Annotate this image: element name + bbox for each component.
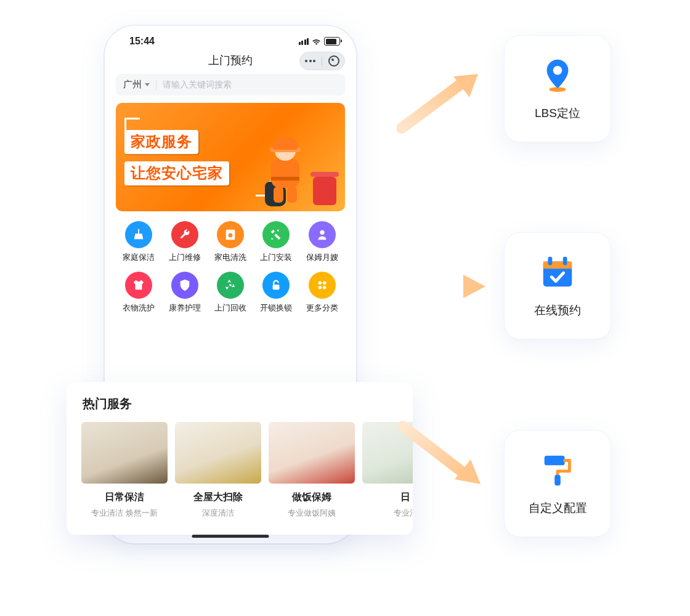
popular-services-card: 热门服务 日常保洁 专业清洁 焕然一新 全屋大扫除 深度清洁 做饭保姆 专业做饭… xyxy=(67,382,413,535)
svg-point-7 xyxy=(318,282,322,285)
svg-rect-17 xyxy=(545,456,565,466)
city-label: 广州 xyxy=(123,79,142,91)
service-card[interactable]: 全屋大扫除 深度清洁 xyxy=(175,422,261,519)
svg-point-8 xyxy=(323,282,327,285)
service-row: 日常保洁 专业清洁 焕然一新 全屋大扫除 深度清洁 做饭保姆 专业做饭阿姨 日 … xyxy=(81,422,413,519)
tools-icon xyxy=(262,221,290,248)
svg-rect-18 xyxy=(554,475,561,485)
feature-card-config: 自定义配置 xyxy=(504,430,611,537)
page-title: 上门预约 xyxy=(208,53,253,68)
shield-plus-icon xyxy=(171,272,198,299)
category-label: 家电清洗 xyxy=(214,252,246,263)
service-subtitle: 专业清 xyxy=(362,508,413,519)
more-icon[interactable] xyxy=(305,60,315,62)
category-label: 更多分类 xyxy=(306,302,338,314)
service-name: 做饭保姆 xyxy=(269,491,355,504)
chevron-down-icon xyxy=(145,83,150,86)
status-time: 15:44 xyxy=(129,36,155,47)
city-selector[interactable]: 广州 xyxy=(123,79,150,91)
service-name: 日 xyxy=(362,491,413,504)
svg-point-3 xyxy=(320,230,324,235)
svg-rect-14 xyxy=(543,262,572,269)
lock-icon xyxy=(262,272,290,299)
category-label: 保姆月嫂 xyxy=(306,252,338,263)
category-more[interactable]: 更多分类 xyxy=(299,272,345,314)
service-name: 日常保洁 xyxy=(81,491,168,504)
battery-icon xyxy=(324,37,340,46)
category-label: 上门回收 xyxy=(214,302,246,314)
promo-banner[interactable]: 家政服务 让您安心宅家 xyxy=(116,103,345,211)
nanny-icon xyxy=(309,221,336,248)
service-subtitle: 专业清洁 焕然一新 xyxy=(81,508,168,519)
service-name: 全屋大扫除 xyxy=(175,491,261,504)
home-indicator xyxy=(192,535,269,538)
category-label: 上门安装 xyxy=(260,252,292,263)
category-label: 衣物洗护 xyxy=(123,302,155,314)
svg-rect-2 xyxy=(227,231,230,232)
category-recycle[interactable]: 上门回收 xyxy=(208,272,253,314)
wrench-icon xyxy=(171,221,198,248)
feature-card-booking: 在线预约 xyxy=(504,232,611,339)
service-image xyxy=(269,422,355,484)
svg-point-4 xyxy=(229,284,232,286)
search-bar[interactable]: 广州 请输入关键词搜索 xyxy=(116,74,345,95)
app-header: 上门预约 xyxy=(105,48,356,74)
category-label: 上门维修 xyxy=(169,252,201,263)
category-label: 开锁换锁 xyxy=(260,302,292,314)
service-subtitle: 深度清洁 xyxy=(175,508,261,519)
service-image xyxy=(362,422,413,484)
category-nanny[interactable]: 保姆月嫂 xyxy=(299,221,345,263)
category-lock[interactable]: 开锁换锁 xyxy=(253,272,299,314)
arrow-1 xyxy=(397,68,489,136)
paint-roller-icon xyxy=(538,451,577,489)
service-card[interactable]: 日 专业清 xyxy=(362,422,413,519)
category-broom[interactable]: 家庭保洁 xyxy=(116,221,161,263)
category-tools[interactable]: 上门安装 xyxy=(253,221,299,263)
category-wrench[interactable]: 上门维修 xyxy=(161,221,207,263)
signal-icon xyxy=(299,38,309,45)
banner-line-2: 让您安心宅家 xyxy=(131,164,223,181)
calendar-check-icon xyxy=(538,253,577,291)
category-shirt[interactable]: 衣物洗护 xyxy=(116,272,161,314)
feature-label: LBS定位 xyxy=(535,105,580,121)
category-label: 家庭保洁 xyxy=(123,252,155,263)
service-card[interactable]: 做饭保姆 专业做饭阿姨 xyxy=(269,422,355,519)
feature-card-lbs: LBS定位 xyxy=(504,35,611,142)
section-title: 热门服务 xyxy=(83,395,413,412)
shirt-icon xyxy=(125,272,152,299)
more-icon xyxy=(309,272,336,299)
worker-illustration xyxy=(264,137,309,205)
close-icon[interactable] xyxy=(328,55,339,67)
search-placeholder[interactable]: 请输入关键词搜索 xyxy=(163,79,232,91)
pin-icon xyxy=(538,56,577,94)
category-grid: 家庭保洁上门维修家电清洗上门安装保姆月嫂衣物洗护康养护理上门回收开锁换锁更多分类 xyxy=(105,221,356,320)
svg-point-1 xyxy=(228,233,233,238)
svg-point-10 xyxy=(323,286,327,290)
status-icons xyxy=(299,37,341,46)
category-label: 康养护理 xyxy=(169,302,201,314)
svg-point-6 xyxy=(275,286,277,288)
wifi-icon xyxy=(312,38,321,45)
feature-label: 自定义配置 xyxy=(529,500,587,516)
arrow-2 xyxy=(399,271,492,302)
service-subtitle: 专业做饭阿姨 xyxy=(269,508,355,519)
svg-point-12 xyxy=(553,66,562,75)
miniprogram-capsule[interactable] xyxy=(299,52,345,70)
service-image xyxy=(175,422,261,484)
status-bar: 15:44 xyxy=(105,32,356,48)
service-card[interactable]: 日常保洁 专业清洁 焕然一新 xyxy=(81,422,168,519)
recycle-icon xyxy=(217,272,244,299)
svg-rect-16 xyxy=(563,257,567,265)
banner-line-1: 家政服务 xyxy=(131,133,192,150)
category-washer[interactable]: 家电清洗 xyxy=(208,221,253,263)
svg-point-9 xyxy=(318,286,322,290)
feature-label: 在线预约 xyxy=(534,302,581,318)
trash-bin-illustration xyxy=(313,177,336,205)
broom-icon xyxy=(125,221,152,248)
washer-icon xyxy=(217,221,244,248)
service-image xyxy=(81,422,168,484)
svg-rect-15 xyxy=(548,257,553,265)
category-shield-plus[interactable]: 康养护理 xyxy=(161,272,207,314)
